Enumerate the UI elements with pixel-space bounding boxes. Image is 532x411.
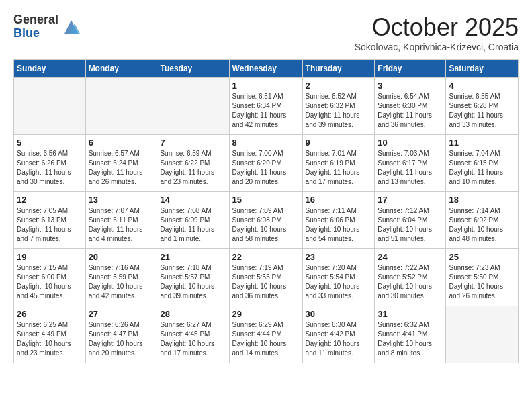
day-info: Sunrise: 7:12 AM Sunset: 6:04 PM Dayligh… — [378, 206, 443, 244]
title-block: October 2025 Sokolovac, Koprivnica-Krize… — [355, 13, 519, 52]
weekday-header-monday: Monday — [85, 60, 157, 78]
calendar-cell: 23Sunrise: 7:20 AM Sunset: 5:54 PM Dayli… — [302, 249, 375, 306]
day-number: 19 — [17, 252, 83, 262]
day-info: Sunrise: 6:29 AM Sunset: 4:44 PM Dayligh… — [232, 320, 300, 358]
calendar-cell — [14, 78, 86, 135]
day-number: 30 — [306, 309, 372, 319]
day-info: Sunrise: 7:00 AM Sunset: 6:20 PM Dayligh… — [232, 149, 300, 187]
day-number: 21 — [160, 252, 226, 262]
logo: General Blue — [13, 13, 81, 40]
calendar-cell: 22Sunrise: 7:19 AM Sunset: 5:55 PM Dayli… — [229, 249, 302, 306]
day-info: Sunrise: 6:51 AM Sunset: 6:34 PM Dayligh… — [232, 92, 300, 130]
day-number: 2 — [306, 81, 372, 91]
calendar-cell — [446, 306, 519, 363]
day-number: 24 — [378, 252, 443, 262]
day-info: Sunrise: 7:22 AM Sunset: 5:52 PM Dayligh… — [378, 263, 443, 301]
calendar-cell: 20Sunrise: 7:16 AM Sunset: 5:59 PM Dayli… — [85, 249, 157, 306]
day-info: Sunrise: 7:18 AM Sunset: 5:57 PM Dayligh… — [160, 263, 226, 301]
day-number: 27 — [89, 309, 154, 319]
day-info: Sunrise: 6:32 AM Sunset: 4:41 PM Dayligh… — [378, 320, 443, 358]
day-info: Sunrise: 7:04 AM Sunset: 6:15 PM Dayligh… — [449, 149, 515, 187]
calendar-cell: 2Sunrise: 6:52 AM Sunset: 6:32 PM Daylig… — [302, 78, 375, 135]
calendar-cell: 29Sunrise: 6:29 AM Sunset: 4:44 PM Dayli… — [229, 306, 302, 363]
calendar-cell: 13Sunrise: 7:07 AM Sunset: 6:11 PM Dayli… — [85, 192, 157, 249]
calendar-cell: 3Sunrise: 6:54 AM Sunset: 6:30 PM Daylig… — [375, 78, 446, 135]
calendar-cell: 24Sunrise: 7:22 AM Sunset: 5:52 PM Dayli… — [375, 249, 446, 306]
calendar-cell: 26Sunrise: 6:25 AM Sunset: 4:49 PM Dayli… — [14, 306, 86, 363]
calendar-cell — [157, 78, 229, 135]
day-info: Sunrise: 7:05 AM Sunset: 6:13 PM Dayligh… — [17, 206, 83, 244]
day-info: Sunrise: 6:52 AM Sunset: 6:32 PM Dayligh… — [306, 92, 372, 130]
calendar-cell: 19Sunrise: 7:15 AM Sunset: 6:00 PM Dayli… — [14, 249, 86, 306]
day-number: 20 — [89, 252, 154, 262]
day-info: Sunrise: 7:23 AM Sunset: 5:50 PM Dayligh… — [449, 263, 515, 301]
logo-blue-text: Blue — [13, 27, 58, 40]
day-info: Sunrise: 7:14 AM Sunset: 6:02 PM Dayligh… — [449, 206, 515, 244]
calendar-cell — [85, 78, 157, 135]
day-number: 22 — [232, 252, 300, 262]
calendar-cell: 15Sunrise: 7:09 AM Sunset: 6:08 PM Dayli… — [229, 192, 302, 249]
calendar-cell: 14Sunrise: 7:08 AM Sunset: 6:09 PM Dayli… — [157, 192, 229, 249]
day-number: 16 — [306, 195, 372, 205]
day-info: Sunrise: 6:59 AM Sunset: 6:22 PM Dayligh… — [160, 149, 226, 187]
day-number: 25 — [449, 252, 515, 262]
calendar-cell: 21Sunrise: 7:18 AM Sunset: 5:57 PM Dayli… — [157, 249, 229, 306]
calendar-cell: 31Sunrise: 6:32 AM Sunset: 4:41 PM Dayli… — [375, 306, 446, 363]
day-info: Sunrise: 7:19 AM Sunset: 5:55 PM Dayligh… — [232, 263, 300, 301]
day-info: Sunrise: 7:03 AM Sunset: 6:17 PM Dayligh… — [378, 149, 443, 187]
day-info: Sunrise: 7:20 AM Sunset: 5:54 PM Dayligh… — [306, 263, 372, 301]
day-number: 11 — [449, 138, 515, 148]
logo-icon — [61, 17, 81, 37]
week-row-3: 12Sunrise: 7:05 AM Sunset: 6:13 PM Dayli… — [14, 192, 519, 249]
day-number: 8 — [232, 138, 300, 148]
calendar-cell: 11Sunrise: 7:04 AM Sunset: 6:15 PM Dayli… — [446, 135, 519, 192]
weekday-header-friday: Friday — [375, 60, 446, 78]
logo-general-text: General — [13, 13, 58, 27]
weekday-header-row: SundayMondayTuesdayWednesdayThursdayFrid… — [14, 60, 519, 78]
day-number: 7 — [160, 138, 226, 148]
day-info: Sunrise: 7:16 AM Sunset: 5:59 PM Dayligh… — [89, 263, 154, 301]
page-header: General Blue October 2025 Sokolovac, Kop… — [13, 13, 519, 52]
day-info: Sunrise: 6:26 AM Sunset: 4:47 PM Dayligh… — [89, 320, 154, 358]
calendar-cell: 4Sunrise: 6:55 AM Sunset: 6:28 PM Daylig… — [446, 78, 519, 135]
month-title: October 2025 — [355, 13, 519, 42]
day-number: 28 — [160, 309, 226, 319]
week-row-1: 1Sunrise: 6:51 AM Sunset: 6:34 PM Daylig… — [14, 78, 519, 135]
day-number: 17 — [378, 195, 443, 205]
calendar-cell: 1Sunrise: 6:51 AM Sunset: 6:34 PM Daylig… — [229, 78, 302, 135]
day-number: 14 — [160, 195, 226, 205]
day-number: 4 — [449, 81, 515, 91]
day-info: Sunrise: 7:01 AM Sunset: 6:19 PM Dayligh… — [306, 149, 372, 187]
day-info: Sunrise: 7:09 AM Sunset: 6:08 PM Dayligh… — [232, 206, 300, 244]
day-info: Sunrise: 7:15 AM Sunset: 6:00 PM Dayligh… — [17, 263, 83, 301]
day-info: Sunrise: 7:11 AM Sunset: 6:06 PM Dayligh… — [306, 206, 372, 244]
day-number: 5 — [17, 138, 83, 148]
week-row-2: 5Sunrise: 6:56 AM Sunset: 6:26 PM Daylig… — [14, 135, 519, 192]
weekday-header-sunday: Sunday — [14, 60, 86, 78]
day-info: Sunrise: 6:25 AM Sunset: 4:49 PM Dayligh… — [17, 320, 83, 358]
day-info: Sunrise: 6:56 AM Sunset: 6:26 PM Dayligh… — [17, 149, 83, 187]
day-number: 1 — [232, 81, 300, 91]
calendar-cell: 16Sunrise: 7:11 AM Sunset: 6:06 PM Dayli… — [302, 192, 375, 249]
weekday-header-tuesday: Tuesday — [157, 60, 229, 78]
calendar-cell: 25Sunrise: 7:23 AM Sunset: 5:50 PM Dayli… — [446, 249, 519, 306]
day-number: 9 — [306, 138, 372, 148]
week-row-4: 19Sunrise: 7:15 AM Sunset: 6:00 PM Dayli… — [14, 249, 519, 306]
calendar-cell: 5Sunrise: 6:56 AM Sunset: 6:26 PM Daylig… — [14, 135, 86, 192]
calendar-cell: 8Sunrise: 7:00 AM Sunset: 6:20 PM Daylig… — [229, 135, 302, 192]
day-number: 13 — [89, 195, 154, 205]
week-row-5: 26Sunrise: 6:25 AM Sunset: 4:49 PM Dayli… — [14, 306, 519, 363]
day-number: 6 — [89, 138, 154, 148]
calendar-cell: 9Sunrise: 7:01 AM Sunset: 6:19 PM Daylig… — [302, 135, 375, 192]
weekday-header-wednesday: Wednesday — [229, 60, 302, 78]
calendar-cell: 27Sunrise: 6:26 AM Sunset: 4:47 PM Dayli… — [85, 306, 157, 363]
day-info: Sunrise: 6:27 AM Sunset: 4:45 PM Dayligh… — [160, 320, 226, 358]
day-info: Sunrise: 6:54 AM Sunset: 6:30 PM Dayligh… — [378, 92, 443, 130]
day-info: Sunrise: 6:30 AM Sunset: 4:42 PM Dayligh… — [306, 320, 372, 358]
calendar-table: SundayMondayTuesdayWednesdayThursdayFrid… — [13, 59, 519, 363]
weekday-header-thursday: Thursday — [302, 60, 375, 78]
weekday-header-saturday: Saturday — [446, 60, 519, 78]
day-number: 12 — [17, 195, 83, 205]
location-subtitle: Sokolovac, Koprivnica-Krizevci, Croatia — [355, 42, 519, 52]
day-number: 10 — [378, 138, 443, 148]
